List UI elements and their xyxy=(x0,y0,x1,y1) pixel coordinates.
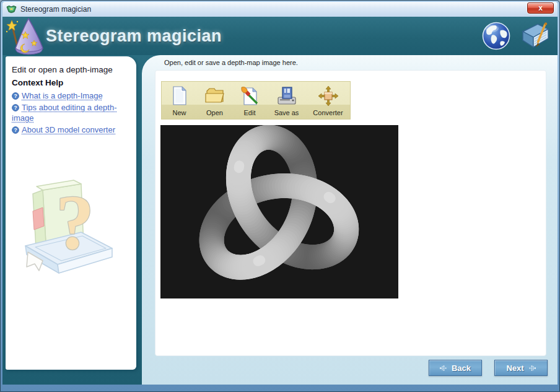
back-button[interactable]: Back xyxy=(429,360,482,376)
main-panel: Open, edit or save a depth-map image her… xyxy=(142,55,558,385)
app-icon xyxy=(6,4,17,14)
help-question-icon: ? xyxy=(12,92,19,100)
svg-text:?: ? xyxy=(56,180,94,265)
trefoil-knot-depth-image xyxy=(160,125,398,298)
help-question-icon: ? xyxy=(12,104,19,111)
help-question-icon: ? xyxy=(12,126,19,134)
header-icon-group xyxy=(482,22,558,50)
next-button-label: Next xyxy=(506,364,523,373)
new-button[interactable]: New xyxy=(162,82,197,119)
wizard-hat-logo xyxy=(5,17,45,55)
depth-map-preview xyxy=(160,125,398,298)
edit-button[interactable]: Edit xyxy=(232,82,267,119)
wizard-body: Open, edit or save a depth-map image her… xyxy=(2,55,558,385)
next-arrow-icon xyxy=(528,364,536,372)
back-button-label: Back xyxy=(452,364,471,373)
open-button[interactable]: Open xyxy=(197,82,232,119)
next-button[interactable]: Next xyxy=(494,360,548,376)
window-title: Stereogram magician xyxy=(20,5,91,14)
3d-converter-icon xyxy=(318,84,339,107)
help-link-what-is-depth-image[interactable]: ? What is a depth-Image xyxy=(12,90,131,101)
close-icon: x xyxy=(538,4,543,12)
svg-text:?: ? xyxy=(14,93,17,99)
context-help-sidebar: Edit or open a depth-image Context Help … xyxy=(6,56,136,370)
new-document-icon xyxy=(170,84,190,107)
back-arrow-icon xyxy=(440,364,448,372)
close-button[interactable]: x xyxy=(527,2,554,14)
toolbar-label: Edit xyxy=(244,107,256,119)
header-banner: Stereogram magician xyxy=(2,17,558,55)
help-link-about-converter[interactable]: ? About 3D model converter xyxy=(12,124,131,135)
save-as-button[interactable]: Save as xyxy=(267,82,306,119)
toolbar-label: Open xyxy=(206,107,223,119)
sidebar-step-heading: Edit or open a depth-image xyxy=(12,65,131,74)
website-globe-icon[interactable] xyxy=(482,22,510,50)
converter-button[interactable]: Converter xyxy=(306,82,350,119)
content-panel: New Open xyxy=(155,70,546,356)
save-as-floppy-icon xyxy=(276,84,298,107)
toolbar-label: Converter xyxy=(313,107,343,119)
svg-text:?: ? xyxy=(14,105,17,111)
toolbar-label: Save as xyxy=(274,107,299,119)
help-books-illustration: ? xyxy=(14,173,121,283)
help-book-icon[interactable] xyxy=(519,22,551,50)
help-link-tips-editing[interactable]: ? Tips about editing a depth-image xyxy=(12,102,131,123)
application-window: Stereogram magician x Stereogram magicia… xyxy=(0,0,560,392)
title-bar: Stereogram magician x xyxy=(2,2,558,17)
edit-brush-icon xyxy=(239,84,260,107)
header-app-title: Stereogram magician xyxy=(46,27,222,46)
svg-text:?: ? xyxy=(14,127,17,133)
depth-image-toolbar: New Open xyxy=(161,81,351,120)
help-link-label: Tips about editing a depth-image xyxy=(12,103,116,123)
context-help-title: Context Help xyxy=(12,78,131,87)
help-link-label: What is a depth-Image xyxy=(22,91,103,100)
toolbar-label: New xyxy=(172,107,186,119)
open-folder-icon xyxy=(204,84,225,107)
help-link-label: About 3D model converter xyxy=(22,125,115,134)
instruction-text: Open, edit or save a depth-map image her… xyxy=(164,59,298,66)
